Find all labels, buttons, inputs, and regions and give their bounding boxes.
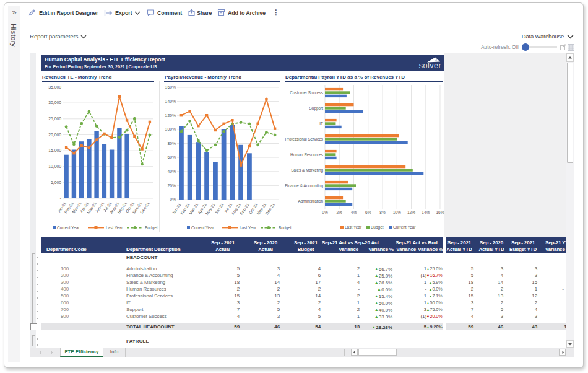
svg-text:10%: 10% <box>393 210 401 214</box>
svg-text:20%: 20% <box>167 183 176 188</box>
svg-text:20,000: 20,000 <box>48 133 61 137</box>
svg-text:Budget: Budget <box>145 226 158 230</box>
svg-text:Budget: Budget <box>371 225 384 230</box>
svg-text:Last Year: Last Year <box>345 225 362 229</box>
svg-text:Revenue/FTE - Monthly Trend: Revenue/FTE - Monthly Trend <box>42 74 112 80</box>
svg-text:10,000: 10,000 <box>48 164 61 169</box>
svg-text:Last Year: Last Year <box>106 226 123 230</box>
svg-text:Dec-21: Dec-21 <box>264 202 275 215</box>
svg-text:2%: 2% <box>336 210 342 214</box>
svg-text:80%: 80% <box>167 141 176 146</box>
svg-text:160%: 160% <box>165 85 176 89</box>
svg-text:0%: 0% <box>322 210 328 214</box>
svg-text:30,000: 30,000 <box>48 100 61 105</box>
svg-text:4%: 4% <box>351 210 357 214</box>
svg-text:35,000: 35,000 <box>48 85 61 89</box>
svg-text:Professional Services: Professional Services <box>285 137 323 141</box>
svg-text:Current Year: Current Year <box>393 225 416 229</box>
svg-text:12%: 12% <box>407 210 415 214</box>
svg-text:120%: 120% <box>165 113 176 118</box>
svg-text:14%: 14% <box>422 210 430 214</box>
svg-text:25,000: 25,000 <box>48 116 61 121</box>
svg-text:140%: 140% <box>165 99 176 103</box>
svg-text:Payroll/Revenue - Monthly Tren: Payroll/Revenue - Monthly Trend <box>165 74 241 80</box>
svg-text:-: - <box>60 196 61 200</box>
svg-text:60%: 60% <box>167 155 176 159</box>
svg-text:Finance & Accounting: Finance & Accounting <box>285 183 323 188</box>
svg-text:IT: IT <box>319 121 323 126</box>
svg-text:solver: solver <box>419 61 441 70</box>
svg-text:Departmental Payroll YTD as a: Departmental Payroll YTD as a % of Reven… <box>285 74 405 80</box>
svg-text:5,000: 5,000 <box>51 180 61 185</box>
svg-text:Customer Success: Customer Success <box>290 90 323 95</box>
svg-text:Last Year: Last Year <box>240 226 257 230</box>
svg-text:Current Year: Current Year <box>191 226 214 230</box>
svg-text:16%: 16% <box>436 210 444 214</box>
svg-text:15,000: 15,000 <box>48 148 61 152</box>
svg-text:100%: 100% <box>165 127 176 131</box>
svg-text:6%: 6% <box>365 210 371 214</box>
svg-text:Sep-21: Sep-21 <box>239 202 251 216</box>
svg-text:Support: Support <box>309 106 324 111</box>
svg-text:8%: 8% <box>379 210 386 214</box>
svg-text:Current Year: Current Year <box>57 226 80 230</box>
svg-text:Administration: Administration <box>298 199 324 203</box>
svg-text:Human Resources: Human Resources <box>290 152 323 157</box>
svg-text:0%: 0% <box>170 197 176 201</box>
svg-text:40%: 40% <box>167 169 176 173</box>
svg-text:Sales & Marketing: Sales & Marketing <box>291 168 323 173</box>
svg-text:Jun-21: Jun-21 <box>214 202 224 215</box>
svg-text:Budget: Budget <box>279 226 292 230</box>
